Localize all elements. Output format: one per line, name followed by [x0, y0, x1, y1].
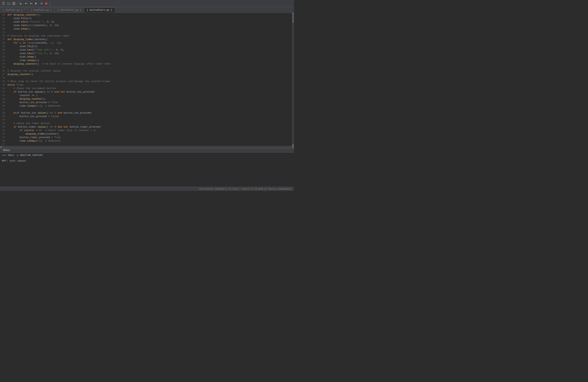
line-number: 44	[0, 97, 7, 101]
line-content: oled.show()	[7, 27, 30, 31]
scroll-down-arrow[interactable]: ▼	[292, 144, 294, 146]
line-content: oled.text(f"{i} s", 0, 20)	[7, 52, 59, 55]
table-row: 36# Display the initial counter value	[0, 69, 292, 73]
line-content: # Check the timer button	[7, 122, 50, 125]
table-row: 57	[0, 143, 292, 146]
step-out-icon[interactable]	[39, 1, 43, 6]
line-number: 40	[0, 83, 7, 87]
table-row: 49 button_inc_pressed = False	[0, 115, 292, 118]
open-file-icon[interactable]	[7, 1, 11, 6]
shell-tabs: Shell	[0, 148, 294, 153]
table-row: 21 oled.fill(0)	[0, 17, 292, 20]
line-number: 54	[0, 132, 7, 136]
tab-ledtest[interactable]: [ ledTest.py ] *	[0, 7, 28, 13]
table-row: 28 for i in range(seconds, -1, -1):	[0, 41, 292, 45]
line-content: oled.fill(0)	[7, 17, 32, 20]
stop-icon[interactable]	[44, 1, 48, 6]
vertical-scrollbar[interactable]: ▲ ▼	[292, 13, 294, 146]
table-row: 55 button_timer_pressed = True	[0, 136, 292, 139]
line-number: 37	[0, 73, 7, 76]
line-number: 38	[0, 76, 7, 80]
line-content: def display_counter():	[7, 13, 41, 17]
line-content: for i in range(seconds, -1, -1):	[7, 41, 62, 45]
new-file-icon[interactable]	[1, 1, 6, 6]
line-number: 22	[0, 20, 7, 24]
line-number: 30	[0, 48, 7, 52]
line-number: 34	[0, 62, 7, 66]
table-row: 31 oled.text(f"{i} s", 0, 20)	[0, 52, 292, 55]
line-number: 39	[0, 80, 7, 83]
status-bar: MicroPython (Raspberry Pi Pico) • Board …	[0, 187, 294, 191]
toolbar: ▶	[0, 0, 294, 7]
run-module-icon[interactable]	[34, 1, 38, 6]
scroll-thumb[interactable]	[293, 15, 294, 23]
run-icon[interactable]: ▶	[19, 1, 23, 6]
table-row: 20def display_counter():	[0, 13, 292, 17]
toolbar-sep-2	[50, 1, 50, 5]
code-lines[interactable]: 20def display_counter():21 oled.fill(0)2…	[0, 13, 292, 146]
code-editor: 20def display_counter():21 oled.fill(0)2…	[0, 13, 294, 146]
table-row: 51 # Check the timer button	[0, 122, 292, 125]
table-row: 34 display_counter() # Go back to counte…	[0, 62, 292, 66]
line-number: 49	[0, 115, 7, 118]
line-number: 32	[0, 55, 7, 59]
line-number: 29	[0, 45, 7, 48]
line-content: oled.fill(0)	[7, 45, 38, 48]
line-content: # Display the initial counter value	[7, 69, 61, 73]
table-row: 38	[0, 76, 292, 80]
table-row: 27def display_timer(seconds):	[0, 38, 292, 41]
line-content: # Main loop to check for button presses …	[7, 80, 111, 83]
tab-buttonstart[interactable]: [ buttonStart.py ]	[84, 7, 115, 13]
line-number: 27	[0, 38, 7, 41]
table-row: 24 oled.show()	[0, 27, 292, 31]
shell-output: MPY: soft reboot	[2, 159, 292, 162]
tab-oledtest[interactable]: [ oledTest.py ]	[28, 7, 55, 13]
table-row: 43 counter += 1	[0, 94, 292, 97]
svg-rect-3	[13, 3, 15, 4]
line-content: time.sleep(0.1) # Debounce	[7, 104, 61, 108]
line-content: if counter > 0: # Start timer only if co…	[7, 129, 95, 132]
tab-buttontest[interactable]: [ buttonTest.py ]	[55, 7, 84, 13]
line-number: 51	[0, 122, 7, 125]
table-row: 29 oled.fill(0)	[0, 45, 292, 48]
step-in-icon[interactable]	[29, 1, 33, 6]
shell-command-line: >>> %Run -c $EDITOR_CONTENT	[2, 154, 292, 157]
line-number: 47	[0, 108, 7, 111]
table-row: 53 if counter > 0: # Start timer only if…	[0, 129, 292, 132]
line-content: def display_timer(seconds):	[7, 38, 48, 41]
line-number: 31	[0, 52, 7, 55]
toolbar-sep-1	[17, 1, 18, 5]
table-row: 47	[0, 108, 292, 111]
line-number: 46	[0, 104, 7, 108]
scroll-track[interactable]	[292, 15, 294, 144]
svg-rect-2	[13, 2, 14, 3]
line-number: 42	[0, 90, 7, 94]
ukraine-flag-icon	[51, 2, 56, 5]
shell-content[interactable]: >>> %Run -c $EDITOR_CONTENT MPY: soft re…	[0, 153, 294, 187]
line-content: if button_timer.value() == 0 and not but…	[7, 125, 102, 129]
scroll-left-arrow[interactable]: ◀	[0, 146, 2, 148]
line-content: time.sleep(1)	[7, 59, 39, 62]
line-content: # Function to display the countdown time…	[7, 34, 70, 38]
table-row: 40while True:	[0, 83, 292, 87]
line-content: button_inc_pressed = True	[7, 101, 57, 104]
scroll-up-arrow[interactable]: ▲	[292, 13, 294, 15]
table-row: 54 display_timer(counter)	[0, 132, 292, 136]
table-row: 56 time.sleep(0.1) # Debounce	[0, 139, 292, 143]
table-row: 46 time.sleep(0.1) # Debounce	[0, 104, 292, 108]
line-number: 21	[0, 17, 7, 20]
line-content: # Check the increment button	[7, 87, 56, 90]
save-file-icon[interactable]	[12, 1, 16, 6]
table-row: 22 oled.text("Counter:", 0, 0)	[0, 20, 292, 24]
line-number: 20	[0, 13, 7, 17]
horizontal-scrollbar[interactable]: ◀ ▶	[0, 146, 294, 148]
line-content: while True:	[7, 83, 24, 87]
shell-tab[interactable]: Shell	[0, 148, 13, 152]
table-row: 23 oled.text(str(counter), 0, 20)	[0, 24, 292, 27]
line-number: 57	[0, 143, 7, 146]
step-over-icon[interactable]	[24, 1, 28, 6]
line-content: elif button_inc.value() == 1 and button_…	[7, 111, 92, 115]
line-number: 41	[0, 87, 7, 90]
scroll-right-arrow[interactable]: ▶	[292, 146, 294, 148]
table-row: 25	[0, 31, 292, 34]
